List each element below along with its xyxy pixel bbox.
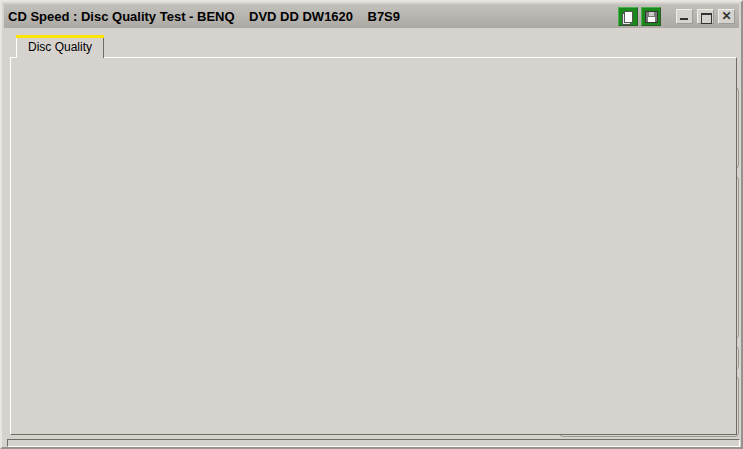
- tab-label: Disc Quality: [28, 40, 92, 54]
- window-title: CD Speed : Disc Quality Test - BENQ DVD …: [8, 9, 618, 24]
- minimize-button[interactable]: [676, 9, 693, 24]
- title-bar[interactable]: CD Speed : Disc Quality Test - BENQ DVD …: [4, 4, 739, 28]
- save-icon[interactable]: [641, 7, 661, 26]
- close-button[interactable]: ✕: [718, 9, 735, 24]
- maximize-button[interactable]: [697, 9, 714, 24]
- tab-highlight: [16, 35, 104, 38]
- app-window: CD Speed : Disc Quality Test - BENQ DVD …: [0, 0, 743, 449]
- tab-page: [10, 57, 737, 435]
- tab-disc-quality[interactable]: Disc Quality: [16, 35, 104, 58]
- status-bar: [7, 439, 740, 447]
- copy-screenshot-icon[interactable]: [618, 7, 638, 26]
